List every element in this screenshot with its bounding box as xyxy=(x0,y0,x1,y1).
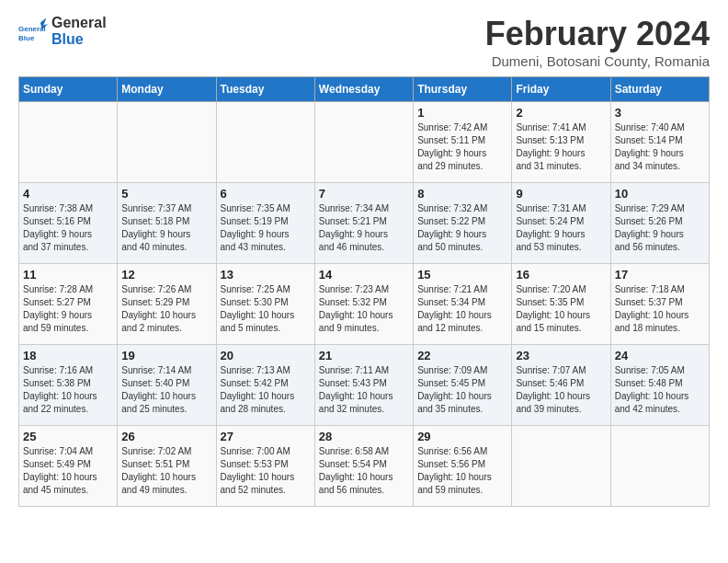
table-row: 13Sunrise: 7:25 AMSunset: 5:30 PMDayligh… xyxy=(216,264,314,345)
day-info: Sunrise: 7:41 AMSunset: 5:13 PMDaylight:… xyxy=(516,121,606,173)
table-row xyxy=(512,426,610,507)
table-row: 7Sunrise: 7:34 AMSunset: 5:21 PMDaylight… xyxy=(314,183,413,264)
day-info: Sunrise: 7:05 AMSunset: 5:48 PMDaylight:… xyxy=(615,364,705,416)
page-header: General Blue GeneralBlue February 2024 D… xyxy=(18,15,710,69)
day-info: Sunrise: 7:18 AMSunset: 5:37 PMDaylight:… xyxy=(615,283,705,335)
table-row xyxy=(216,102,314,183)
svg-text:Blue: Blue xyxy=(18,33,35,41)
day-info: Sunrise: 7:11 AMSunset: 5:43 PMDaylight:… xyxy=(319,364,409,416)
table-row: 25Sunrise: 7:04 AMSunset: 5:49 PMDayligh… xyxy=(19,426,118,507)
calendar-week-row: 4Sunrise: 7:38 AMSunset: 5:16 PMDaylight… xyxy=(19,183,710,264)
day-number: 16 xyxy=(516,268,606,282)
day-number: 19 xyxy=(121,349,211,362)
table-row: 16Sunrise: 7:20 AMSunset: 5:35 PMDayligh… xyxy=(512,264,610,345)
day-info: Sunrise: 7:25 AMSunset: 5:30 PMDaylight:… xyxy=(221,283,311,335)
col-thursday: Thursday xyxy=(414,77,512,102)
table-row: 29Sunrise: 6:56 AMSunset: 5:56 PMDayligh… xyxy=(414,426,512,507)
day-info: Sunrise: 7:16 AMSunset: 5:38 PMDaylight:… xyxy=(23,364,113,416)
table-row: 5Sunrise: 7:37 AMSunset: 5:18 PMDaylight… xyxy=(118,183,216,264)
location-subtitle: Dumeni, Botosani County, Romania xyxy=(485,53,710,69)
day-number: 22 xyxy=(417,349,507,362)
col-sunday: Sunday xyxy=(19,77,118,102)
table-row: 14Sunrise: 7:23 AMSunset: 5:32 PMDayligh… xyxy=(314,264,413,345)
day-number: 3 xyxy=(615,106,705,120)
day-info: Sunrise: 7:40 AMSunset: 5:14 PMDaylight:… xyxy=(615,121,705,173)
day-number: 26 xyxy=(121,430,211,443)
day-number: 17 xyxy=(615,268,705,282)
table-row: 26Sunrise: 7:02 AMSunset: 5:51 PMDayligh… xyxy=(118,426,216,507)
col-monday: Monday xyxy=(118,77,216,102)
calendar-week-row: 18Sunrise: 7:16 AMSunset: 5:38 PMDayligh… xyxy=(19,345,710,426)
day-number: 21 xyxy=(319,349,409,362)
day-number: 28 xyxy=(319,430,409,443)
table-row: 19Sunrise: 7:14 AMSunset: 5:40 PMDayligh… xyxy=(118,345,216,426)
day-info: Sunrise: 7:21 AMSunset: 5:34 PMDaylight:… xyxy=(417,283,507,335)
day-number: 5 xyxy=(121,187,211,201)
day-number: 9 xyxy=(516,187,606,201)
day-number: 12 xyxy=(121,268,211,282)
day-number: 29 xyxy=(417,430,507,443)
day-info: Sunrise: 7:38 AMSunset: 5:16 PMDaylight:… xyxy=(23,202,113,254)
day-info: Sunrise: 7:14 AMSunset: 5:40 PMDaylight:… xyxy=(121,364,211,416)
table-row: 8Sunrise: 7:32 AMSunset: 5:22 PMDaylight… xyxy=(414,183,512,264)
day-number: 18 xyxy=(23,349,113,362)
day-number: 6 xyxy=(221,187,311,201)
day-info: Sunrise: 7:26 AMSunset: 5:29 PMDaylight:… xyxy=(121,283,211,335)
day-info: Sunrise: 7:28 AMSunset: 5:27 PMDaylight:… xyxy=(23,283,113,335)
month-year-title: February 2024 xyxy=(485,15,710,53)
title-area: February 2024 Dumeni, Botosani County, R… xyxy=(485,15,710,69)
table-row: 1Sunrise: 7:42 AMSunset: 5:11 PMDaylight… xyxy=(414,102,512,183)
table-row: 18Sunrise: 7:16 AMSunset: 5:38 PMDayligh… xyxy=(19,345,118,426)
day-number: 7 xyxy=(319,187,409,201)
table-row: 9Sunrise: 7:31 AMSunset: 5:24 PMDaylight… xyxy=(512,183,610,264)
table-row: 28Sunrise: 6:58 AMSunset: 5:54 PMDayligh… xyxy=(314,426,413,507)
col-saturday: Saturday xyxy=(610,77,709,102)
table-row: 23Sunrise: 7:07 AMSunset: 5:46 PMDayligh… xyxy=(512,345,610,426)
table-row: 10Sunrise: 7:29 AMSunset: 5:26 PMDayligh… xyxy=(610,183,709,264)
table-row: 6Sunrise: 7:35 AMSunset: 5:19 PMDaylight… xyxy=(216,183,314,264)
day-info: Sunrise: 7:02 AMSunset: 5:51 PMDaylight:… xyxy=(121,445,211,497)
table-row: 4Sunrise: 7:38 AMSunset: 5:16 PMDaylight… xyxy=(19,183,118,264)
col-tuesday: Tuesday xyxy=(216,77,314,102)
col-friday: Friday xyxy=(512,77,610,102)
day-info: Sunrise: 7:34 AMSunset: 5:21 PMDaylight:… xyxy=(319,202,409,254)
table-row: 3Sunrise: 7:40 AMSunset: 5:14 PMDaylight… xyxy=(610,102,709,183)
calendar-table: Sunday Monday Tuesday Wednesday Thursday… xyxy=(18,76,710,507)
day-info: Sunrise: 7:42 AMSunset: 5:11 PMDaylight:… xyxy=(417,121,507,173)
table-row: 17Sunrise: 7:18 AMSunset: 5:37 PMDayligh… xyxy=(610,264,709,345)
day-number: 8 xyxy=(417,187,507,201)
table-row: 20Sunrise: 7:13 AMSunset: 5:42 PMDayligh… xyxy=(216,345,314,426)
calendar-week-row: 11Sunrise: 7:28 AMSunset: 5:27 PMDayligh… xyxy=(19,264,710,345)
calendar-week-row: 1Sunrise: 7:42 AMSunset: 5:11 PMDaylight… xyxy=(19,102,710,183)
table-row: 15Sunrise: 7:21 AMSunset: 5:34 PMDayligh… xyxy=(414,264,512,345)
day-info: Sunrise: 6:56 AMSunset: 5:56 PMDaylight:… xyxy=(417,445,507,497)
table-row: 24Sunrise: 7:05 AMSunset: 5:48 PMDayligh… xyxy=(610,345,709,426)
calendar-week-row: 25Sunrise: 7:04 AMSunset: 5:49 PMDayligh… xyxy=(19,426,710,507)
day-info: Sunrise: 7:32 AMSunset: 5:22 PMDaylight:… xyxy=(417,202,507,254)
table-row: 21Sunrise: 7:11 AMSunset: 5:43 PMDayligh… xyxy=(314,345,413,426)
table-row: 11Sunrise: 7:28 AMSunset: 5:27 PMDayligh… xyxy=(19,264,118,345)
table-row: 22Sunrise: 7:09 AMSunset: 5:45 PMDayligh… xyxy=(414,345,512,426)
table-row xyxy=(19,102,118,183)
day-info: Sunrise: 7:37 AMSunset: 5:18 PMDaylight:… xyxy=(121,202,211,254)
table-row xyxy=(118,102,216,183)
day-number: 1 xyxy=(417,106,507,120)
day-number: 2 xyxy=(516,106,606,120)
day-number: 20 xyxy=(221,349,311,362)
day-info: Sunrise: 7:09 AMSunset: 5:45 PMDaylight:… xyxy=(417,364,507,416)
day-number: 4 xyxy=(23,187,113,201)
logo-text: GeneralBlue xyxy=(51,15,107,47)
day-info: Sunrise: 7:29 AMSunset: 5:26 PMDaylight:… xyxy=(615,202,705,254)
day-info: Sunrise: 6:58 AMSunset: 5:54 PMDaylight:… xyxy=(319,445,409,497)
day-number: 23 xyxy=(516,349,606,362)
day-info: Sunrise: 7:00 AMSunset: 5:53 PMDaylight:… xyxy=(221,445,311,497)
day-number: 27 xyxy=(221,430,311,443)
day-number: 25 xyxy=(23,430,113,443)
day-info: Sunrise: 7:35 AMSunset: 5:19 PMDaylight:… xyxy=(221,202,311,254)
day-info: Sunrise: 7:23 AMSunset: 5:32 PMDaylight:… xyxy=(319,283,409,335)
day-number: 14 xyxy=(319,268,409,282)
day-number: 11 xyxy=(23,268,113,282)
table-row xyxy=(314,102,413,183)
day-number: 13 xyxy=(221,268,311,282)
table-row: 12Sunrise: 7:26 AMSunset: 5:29 PMDayligh… xyxy=(118,264,216,345)
